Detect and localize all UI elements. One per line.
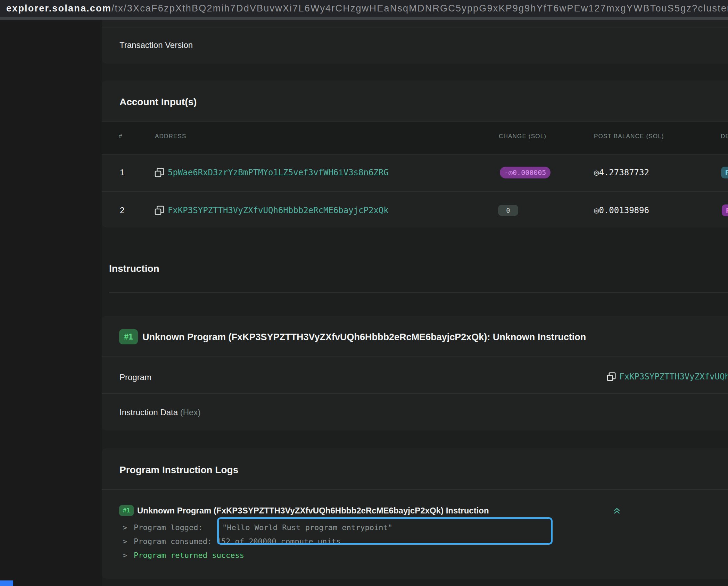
row-divider <box>102 489 728 490</box>
program-badge: P <box>722 204 728 216</box>
transaction-overview-card: Transaction Version <box>102 20 728 64</box>
program-instruction-logs-card: Program Instruction Logs #1 Unknown Prog… <box>102 448 728 579</box>
transaction-version-label: Transaction Version <box>119 40 193 50</box>
log-line: > Program logged: "Hello World Rust prog… <box>102 521 728 535</box>
browser-url-bar[interactable]: explorer.solana.com/tx/3XcaF6zpXthBQ2mih… <box>0 0 728 17</box>
url-path: /tx/3XcaF6zpXthBQ2mih7DdVBuvwXi7L6Wy4rCH… <box>111 3 728 14</box>
account-inputs-table-header: # ADDRESS CHANGE (SOL) POST BALANCE (SOL… <box>102 122 728 154</box>
url-domain: explorer.solana.com <box>6 3 111 14</box>
instruction-card: #1 Unknown Program (FxKP3SYPZTTH3VyZXfvU… <box>102 316 728 430</box>
row-index: 1 <box>120 168 124 177</box>
row-divider <box>102 357 728 357</box>
section-divider <box>109 292 728 293</box>
instruction-card-title: Unknown Program (FxKP3SYPZTTH3VyZXfvUQh6… <box>142 332 586 343</box>
log-line: > Program returned success <box>102 549 728 563</box>
col-header-address: ADDRESS <box>155 133 187 140</box>
copy-icon[interactable] <box>154 205 165 216</box>
post-balance-value: ◎4.27387732 <box>594 168 649 177</box>
post-balance-value: ◎0.00139896 <box>594 206 649 215</box>
account-address-link[interactable]: FxKP3SYPZTTH3VyZXfvUQh6Hbbb2eRcME6bayjcP… <box>168 206 389 215</box>
row-divider <box>102 27 728 27</box>
logs-card-title: Program Instruction Logs <box>119 464 238 476</box>
instruction-data-label: Instruction Data (Hex) <box>119 408 200 417</box>
solana-explorer-page: explorer.solana.com/tx/3XcaF6zpXthBQ2mih… <box>0 0 728 586</box>
table-row: 1 5pWae6RxD3zrYzBmPTMYo1LZ5vef3vfWH6iV3s… <box>102 154 728 192</box>
col-header-change: CHANGE (SOL) <box>499 133 546 140</box>
chevrons-up-icon[interactable] <box>612 506 621 515</box>
log-text: Program consumed: 152 of 200000 compute … <box>134 537 341 546</box>
copy-icon[interactable] <box>606 371 617 382</box>
row-divider <box>102 393 728 394</box>
log-entry-number-badge: #1 <box>119 505 134 516</box>
row-index: 2 <box>120 206 124 215</box>
fee-payer-badge: F <box>721 167 728 178</box>
change-badge: -◎0.000005 <box>500 167 551 178</box>
program-label: Program <box>119 372 151 382</box>
copy-icon[interactable] <box>154 167 165 178</box>
browser-status-artifact <box>0 580 13 586</box>
program-address-link[interactable]: FxKP3SYPZTTH3VyZXfvUQh6Hbbb2eRcME6bayjcP… <box>619 372 728 382</box>
account-inputs-card: Account Input(s) # ADDRESS CHANGE (SOL) … <box>102 81 728 227</box>
instruction-section-heading: Instruction <box>109 263 159 274</box>
table-row: 2 FxKP3SYPZTTH3VyZXfvUQh6Hbbb2eRcME6bayj… <box>102 192 728 229</box>
url-text[interactable]: explorer.solana.com/tx/3XcaF6zpXthBQ2mih… <box>0 3 728 14</box>
col-header-post-balance: POST BALANCE (SOL) <box>594 133 664 140</box>
change-badge: 0 <box>498 205 518 216</box>
col-header-index: # <box>119 133 123 140</box>
log-highlighted-text: "Hello World Rust program entrypoint" <box>222 523 392 532</box>
log-text: Program logged: <box>134 523 203 532</box>
account-address-link[interactable]: 5pWae6RxD3zrYzBmPTMYo1LZ5vef3vfWH6iV3s8n… <box>168 168 389 177</box>
col-header-details: DE <box>721 133 728 140</box>
browser-bottom-edge <box>0 17 728 20</box>
log-line: > Program consumed: 152 of 200000 comput… <box>102 535 728 549</box>
log-entry-title: Unknown Program (FxKP3SYPZTTH3VyZXfvUQh6… <box>137 506 489 516</box>
log-success-text: Program returned success <box>134 551 244 560</box>
instruction-data-format: (Hex) <box>180 408 201 417</box>
account-inputs-title: Account Input(s) <box>119 97 197 108</box>
instruction-number-badge: #1 <box>119 329 138 344</box>
